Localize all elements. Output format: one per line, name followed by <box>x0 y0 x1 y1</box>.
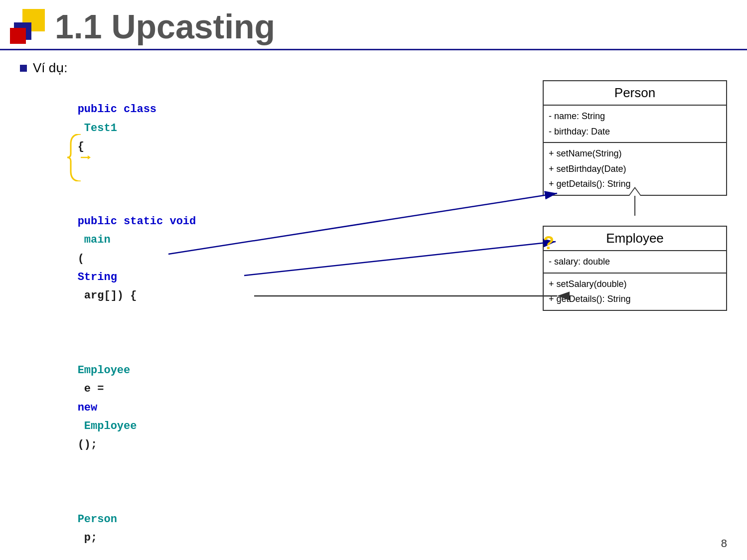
code-line-4: Person p; <box>25 473 523 560</box>
code-line-3: Employee e = new Employee (); <box>25 324 523 473</box>
inheritance-arrow <box>543 196 727 226</box>
bullet-label: Ví dụ: <box>33 60 67 76</box>
employee-field-1: - salary: double <box>549 254 721 270</box>
logo-red <box>10 28 26 44</box>
main-content: Ví dụ: public class Test1 { public stati… <box>0 55 747 560</box>
person-method-2: + setBirthday(Date) <box>549 161 721 177</box>
employee-fields: - salary: double <box>544 251 726 274</box>
employee-method-2: + getDetails(): String <box>549 291 721 307</box>
logo <box>10 9 45 44</box>
page-title: 1.1 Upcasting <box>55 9 275 43</box>
uml-section: Person - name: String - birthday: Date +… <box>543 80 727 560</box>
code-line-2: public static void main ( String arg[]) … <box>25 175 523 324</box>
person-field-1: - name: String <box>549 109 721 124</box>
bullet-item: Ví dụ: <box>20 60 523 76</box>
page-number: 8 <box>721 537 727 550</box>
code-block: public class Test1 { public static void … <box>25 82 523 560</box>
person-fields: - name: String - birthday: Date <box>544 106 726 143</box>
header: 1.1 Upcasting <box>0 0 747 50</box>
bullet-icon <box>20 65 27 72</box>
employee-class-box: Employee - salary: double + setSalary(do… <box>543 226 727 311</box>
code-section: Ví dụ: public class Test1 { public stati… <box>20 60 523 560</box>
person-class-name: Person <box>544 81 726 106</box>
employee-class-name: Employee <box>544 227 726 251</box>
employee-methods: + setSalary(double) + getDetails(): Stri… <box>544 274 726 310</box>
person-field-2: - birthday: Date <box>549 124 721 140</box>
code-line-1: public class Test1 { <box>25 82 523 175</box>
employee-method-1: + setSalary(double) <box>549 277 721 292</box>
person-method-1: + setName(String) <box>549 146 721 161</box>
person-class-box: Person - name: String - birthday: Date +… <box>543 80 727 196</box>
